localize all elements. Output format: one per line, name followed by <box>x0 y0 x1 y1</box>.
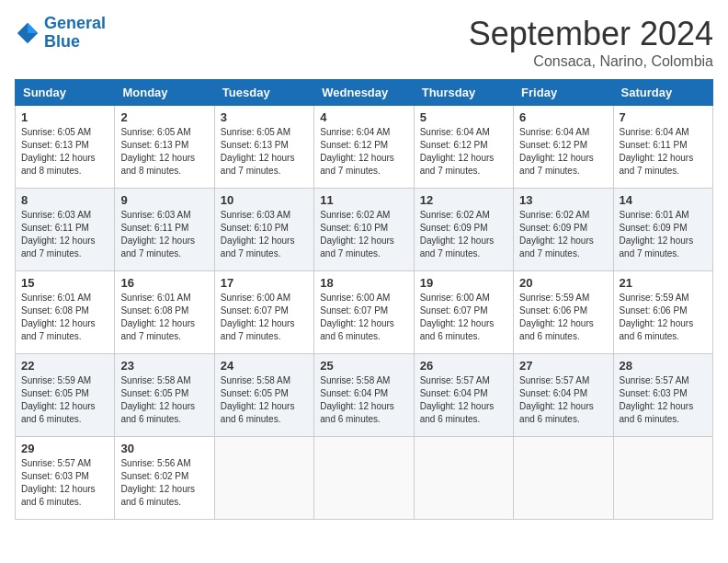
day-info: Sunrise: 6:05 AMSunset: 6:13 PMDaylight:… <box>21 126 108 178</box>
calendar-day-cell: 24Sunrise: 5:58 AMSunset: 6:05 PMDayligh… <box>214 354 313 437</box>
calendar-day-cell: 26Sunrise: 5:57 AMSunset: 6:04 PMDayligh… <box>414 354 513 437</box>
day-number: 27 <box>519 359 607 373</box>
day-info: Sunrise: 5:57 AMSunset: 6:03 PMDaylight:… <box>21 457 108 509</box>
calendar-day-cell: 28Sunrise: 5:57 AMSunset: 6:03 PMDayligh… <box>613 354 712 437</box>
day-info: Sunrise: 6:01 AMSunset: 6:08 PMDaylight:… <box>120 292 208 343</box>
calendar-title: September 2024 <box>469 15 713 53</box>
calendar-day-cell: 4Sunrise: 6:04 AMSunset: 6:12 PMDaylight… <box>314 106 414 189</box>
day-info: Sunrise: 5:58 AMSunset: 6:05 PMDaylight:… <box>221 374 308 426</box>
day-info: Sunrise: 6:04 AMSunset: 6:12 PMDaylight:… <box>519 126 607 178</box>
calendar-day-cell: 19Sunrise: 6:00 AMSunset: 6:07 PMDayligh… <box>414 271 513 354</box>
day-info: Sunrise: 5:58 AMSunset: 6:05 PMDaylight:… <box>120 374 208 426</box>
day-info: Sunrise: 5:59 AMSunset: 6:06 PMDaylight:… <box>620 292 707 343</box>
calendar-day-cell: 30Sunrise: 5:56 AMSunset: 6:02 PMDayligh… <box>115 437 214 520</box>
page-header: General Blue September 2024 Consaca, Nar… <box>15 15 713 70</box>
calendar-day-cell: 2Sunrise: 6:05 AMSunset: 6:13 PMDaylight… <box>115 106 214 189</box>
calendar-week-row: 22Sunrise: 5:59 AMSunset: 6:05 PMDayligh… <box>16 354 713 437</box>
day-info: Sunrise: 5:57 AMSunset: 6:04 PMDaylight:… <box>519 374 607 426</box>
day-info: Sunrise: 6:04 AMSunset: 6:12 PMDaylight:… <box>420 126 507 178</box>
day-number: 25 <box>320 359 407 373</box>
calendar-day-cell: 8Sunrise: 6:03 AMSunset: 6:11 PMDaylight… <box>16 189 115 271</box>
calendar-day-cell: 18Sunrise: 6:00 AMSunset: 6:07 PMDayligh… <box>314 271 414 354</box>
day-info: Sunrise: 6:05 AMSunset: 6:13 PMDaylight:… <box>221 126 308 178</box>
calendar-day-cell: 13Sunrise: 6:02 AMSunset: 6:09 PMDayligh… <box>514 189 613 271</box>
title-section: September 2024 Consaca, Narino, Colombia <box>469 15 713 70</box>
calendar-day-cell <box>613 437 712 520</box>
day-info: Sunrise: 6:03 AMSunset: 6:11 PMDaylight:… <box>21 209 108 260</box>
day-number: 7 <box>620 110 707 124</box>
calendar-day-cell: 5Sunrise: 6:04 AMSunset: 6:12 PMDaylight… <box>414 106 513 189</box>
logo-icon <box>15 20 40 46</box>
calendar-day-cell: 25Sunrise: 5:58 AMSunset: 6:04 PMDayligh… <box>314 354 414 437</box>
day-number: 11 <box>320 193 407 207</box>
day-number: 6 <box>519 110 607 124</box>
weekday-header-wednesday: Wednesday <box>314 80 414 106</box>
calendar-day-cell <box>314 437 414 520</box>
calendar-day-cell: 16Sunrise: 6:01 AMSunset: 6:08 PMDayligh… <box>115 271 214 354</box>
calendar-day-cell: 1Sunrise: 6:05 AMSunset: 6:13 PMDaylight… <box>16 106 115 189</box>
calendar-day-cell: 17Sunrise: 6:00 AMSunset: 6:07 PMDayligh… <box>214 271 313 354</box>
calendar-day-cell: 11Sunrise: 6:02 AMSunset: 6:10 PMDayligh… <box>314 189 414 271</box>
day-info: Sunrise: 5:59 AMSunset: 6:05 PMDaylight:… <box>21 374 108 426</box>
day-number: 18 <box>320 276 407 290</box>
weekday-header-row: SundayMondayTuesdayWednesdayThursdayFrid… <box>16 80 713 106</box>
day-number: 2 <box>120 110 208 124</box>
weekday-header-thursday: Thursday <box>414 80 513 106</box>
day-number: 14 <box>620 193 707 207</box>
weekday-header-tuesday: Tuesday <box>214 80 313 106</box>
calendar-day-cell: 14Sunrise: 6:01 AMSunset: 6:09 PMDayligh… <box>613 189 712 271</box>
day-info: Sunrise: 6:03 AMSunset: 6:10 PMDaylight:… <box>221 209 308 260</box>
calendar-day-cell: 22Sunrise: 5:59 AMSunset: 6:05 PMDayligh… <box>16 354 115 437</box>
day-number: 26 <box>420 359 507 373</box>
day-number: 17 <box>221 276 308 290</box>
calendar-day-cell <box>514 437 613 520</box>
calendar-day-cell: 3Sunrise: 6:05 AMSunset: 6:13 PMDaylight… <box>214 106 313 189</box>
calendar-day-cell: 23Sunrise: 5:58 AMSunset: 6:05 PMDayligh… <box>115 354 214 437</box>
calendar-day-cell: 20Sunrise: 5:59 AMSunset: 6:06 PMDayligh… <box>514 271 613 354</box>
day-info: Sunrise: 6:03 AMSunset: 6:11 PMDaylight:… <box>120 209 208 260</box>
day-info: Sunrise: 6:04 AMSunset: 6:11 PMDaylight:… <box>620 126 707 178</box>
day-number: 5 <box>420 110 507 124</box>
day-info: Sunrise: 5:57 AMSunset: 6:03 PMDaylight:… <box>620 374 707 426</box>
day-info: Sunrise: 6:02 AMSunset: 6:10 PMDaylight:… <box>320 209 407 260</box>
day-number: 4 <box>320 110 407 124</box>
calendar-day-cell: 9Sunrise: 6:03 AMSunset: 6:11 PMDaylight… <box>115 189 214 271</box>
day-number: 8 <box>21 193 108 207</box>
day-info: Sunrise: 5:56 AMSunset: 6:02 PMDaylight:… <box>120 457 208 509</box>
weekday-header-friday: Friday <box>514 80 613 106</box>
day-info: Sunrise: 6:02 AMSunset: 6:09 PMDaylight:… <box>519 209 607 260</box>
calendar-subtitle: Consaca, Narino, Colombia <box>469 53 713 70</box>
weekday-header-saturday: Saturday <box>613 80 712 106</box>
day-number: 9 <box>120 193 208 207</box>
calendar-week-row: 29Sunrise: 5:57 AMSunset: 6:03 PMDayligh… <box>16 437 713 520</box>
day-info: Sunrise: 5:59 AMSunset: 6:06 PMDaylight:… <box>519 292 607 343</box>
logo-text: General Blue <box>44 15 106 52</box>
calendar-week-row: 15Sunrise: 6:01 AMSunset: 6:08 PMDayligh… <box>16 271 713 354</box>
calendar-day-cell: 27Sunrise: 5:57 AMSunset: 6:04 PMDayligh… <box>514 354 613 437</box>
calendar-day-cell: 12Sunrise: 6:02 AMSunset: 6:09 PMDayligh… <box>414 189 513 271</box>
day-number: 16 <box>120 276 208 290</box>
calendar-day-cell: 7Sunrise: 6:04 AMSunset: 6:11 PMDaylight… <box>613 106 712 189</box>
calendar-day-cell: 6Sunrise: 6:04 AMSunset: 6:12 PMDaylight… <box>514 106 613 189</box>
day-number: 10 <box>221 193 308 207</box>
calendar-day-cell: 29Sunrise: 5:57 AMSunset: 6:03 PMDayligh… <box>16 437 115 520</box>
day-info: Sunrise: 6:01 AMSunset: 6:09 PMDaylight:… <box>620 209 707 260</box>
day-info: Sunrise: 6:00 AMSunset: 6:07 PMDaylight:… <box>320 292 407 343</box>
day-info: Sunrise: 5:58 AMSunset: 6:04 PMDaylight:… <box>320 374 407 426</box>
day-number: 21 <box>620 276 707 290</box>
day-number: 28 <box>620 359 707 373</box>
day-info: Sunrise: 6:00 AMSunset: 6:07 PMDaylight:… <box>420 292 507 343</box>
day-info: Sunrise: 6:02 AMSunset: 6:09 PMDaylight:… <box>420 209 507 260</box>
day-info: Sunrise: 6:05 AMSunset: 6:13 PMDaylight:… <box>120 126 208 178</box>
calendar-day-cell: 10Sunrise: 6:03 AMSunset: 6:10 PMDayligh… <box>214 189 313 271</box>
day-info: Sunrise: 5:57 AMSunset: 6:04 PMDaylight:… <box>420 374 507 426</box>
calendar-week-row: 8Sunrise: 6:03 AMSunset: 6:11 PMDaylight… <box>16 189 713 271</box>
calendar-table: SundayMondayTuesdayWednesdayThursdayFrid… <box>15 79 713 520</box>
day-number: 30 <box>120 442 208 455</box>
day-info: Sunrise: 6:04 AMSunset: 6:12 PMDaylight:… <box>320 126 407 178</box>
day-number: 1 <box>21 110 108 124</box>
calendar-day-cell <box>414 437 513 520</box>
day-number: 15 <box>21 276 108 290</box>
weekday-header-sunday: Sunday <box>16 80 115 106</box>
calendar-day-cell: 21Sunrise: 5:59 AMSunset: 6:06 PMDayligh… <box>613 271 712 354</box>
